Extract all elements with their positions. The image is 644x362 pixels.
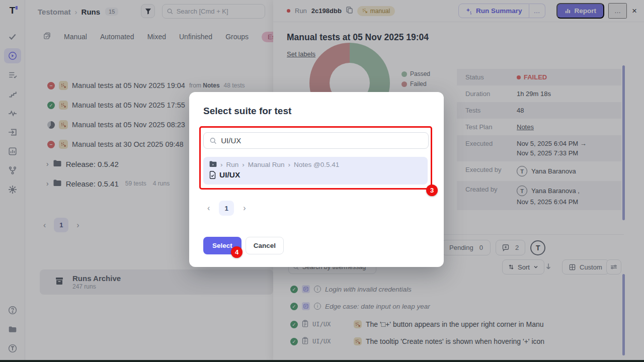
modal-title: Select suite for test [203,106,291,117]
cancel-button[interactable]: Cancel [246,237,284,254]
page-number[interactable]: 1 [219,201,234,216]
prev-page-icon[interactable]: ‹ [207,204,210,213]
screen: T [0,0,644,362]
modal-pagination: ‹ 1 › [207,201,246,216]
annotation-step-4: 4 [231,246,243,258]
annotation-step-3: 3 [426,185,438,196]
annotation-highlight-rect [199,126,432,190]
next-page-icon[interactable]: › [243,204,246,213]
screen-bottom-edge [0,360,644,362]
